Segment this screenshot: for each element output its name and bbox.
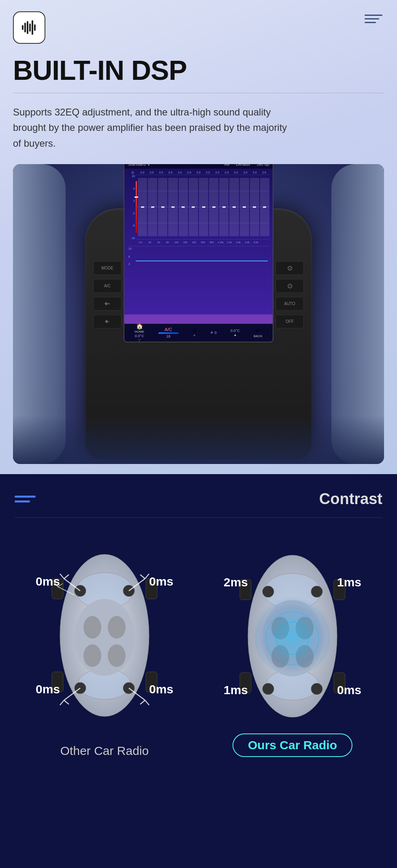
- contrast-title: Contrast: [319, 490, 382, 508]
- svg-rect-2: [24, 23, 26, 32]
- other-car-svg: [40, 538, 169, 733]
- dsp-screen-area: NAVI MODE BT PLAY BACK 📶 12:03 🔊 18 🔋 ←: [13, 164, 384, 464]
- contrast-icon: [15, 496, 36, 502]
- ours-car-diagram: 2ms 1ms 1ms 0ms: [228, 539, 357, 733]
- menu-button[interactable]: [365, 15, 382, 23]
- mode-button[interactable]: MODE: [93, 261, 122, 275]
- cars-comparison: 0ms 0ms 0ms 0ms: [15, 538, 382, 758]
- svg-point-11: [83, 616, 101, 639]
- minus-button[interactable]: ✤-: [93, 315, 122, 329]
- ours-car-side: 2ms 1ms 1ms 0ms: [203, 539, 382, 757]
- car-screen[interactable]: 📶 12:03 🔊 18 🔋 ← Standard ∨ All Default …: [124, 164, 273, 342]
- page-subtitle: Supports 32EQ adjustment, and the ultra-…: [13, 105, 288, 151]
- svg-point-27: [262, 600, 323, 677]
- svg-rect-4: [29, 24, 31, 32]
- right-btn-1[interactable]: ⊙: [275, 261, 304, 275]
- svg-point-32: [263, 586, 274, 597]
- other-car-br-ms: 0ms: [149, 682, 173, 696]
- svg-point-13: [83, 644, 101, 667]
- svg-point-34: [263, 683, 274, 695]
- svg-rect-3: [27, 21, 28, 34]
- other-car-side: 0ms 0ms 0ms 0ms: [15, 538, 194, 758]
- svg-point-14: [108, 644, 126, 667]
- eq-slider-4[interactable]: [168, 178, 177, 236]
- eq-slider-1[interactable]: [138, 178, 147, 236]
- ours-car-bl-ms: 1ms: [224, 683, 248, 697]
- svg-point-12: [108, 616, 126, 639]
- contrast-line-top: [15, 496, 36, 498]
- eq-mode-label: Standard ∨: [128, 164, 150, 167]
- eq-all[interactable]: All: [224, 164, 229, 167]
- ours-car-tl-ms: 2ms: [224, 575, 248, 589]
- screen-bottom-bar: 🏠 HOME 0.0°C ▽ A/C 18 ⊙ +: [124, 324, 273, 342]
- svg-point-10: [74, 599, 135, 676]
- svg-rect-6: [34, 24, 36, 31]
- eq-slider-5[interactable]: [179, 178, 188, 236]
- eq-slider-8[interactable]: [209, 178, 218, 236]
- svg-point-35: [311, 683, 322, 695]
- eq-slider-7[interactable]: [199, 178, 208, 236]
- eq-slider-12[interactable]: [250, 178, 259, 236]
- other-car-tl-ms: 0ms: [36, 575, 60, 588]
- eq-slider-13[interactable]: [260, 178, 269, 236]
- header-section: BUILT-IN DSP Supports 32EQ adjustment, a…: [0, 0, 397, 474]
- eq-slider-9[interactable]: [219, 178, 228, 236]
- svg-rect-1: [22, 25, 23, 30]
- contrast-line-bottom: [15, 500, 30, 502]
- eq-area: Q: 2.0 2.0 2.0 2.0 2.0 2.0 2.0 2.0 2.0 2…: [124, 169, 273, 314]
- ours-car-br-ms: 0ms: [337, 683, 361, 697]
- ours-car-tr-ms: 1ms: [337, 575, 361, 589]
- contrast-divider: [15, 517, 382, 518]
- eq-slider-11[interactable]: [240, 178, 249, 236]
- svg-rect-5: [32, 20, 33, 35]
- other-car-tr-ms: 0ms: [149, 575, 173, 588]
- ours-car-label: Ours Car Radio: [233, 733, 352, 757]
- eq-setup[interactable]: Set up: [256, 164, 269, 167]
- plus-button[interactable]: ✤+: [93, 297, 122, 311]
- other-car-label: Other Car Radio: [60, 744, 149, 758]
- title-divider: [13, 93, 384, 93]
- contrast-section: Contrast 0ms 0ms 0ms 0ms: [0, 474, 397, 868]
- other-car-bl-ms: 0ms: [36, 682, 60, 696]
- svg-point-29: [296, 617, 314, 639]
- right-btn-2[interactable]: ⊙: [275, 279, 304, 293]
- other-car-diagram: 0ms 0ms 0ms 0ms: [40, 538, 169, 733]
- eq-slider-6[interactable]: [189, 178, 198, 236]
- ours-car-svg: [228, 539, 357, 733]
- eq-slider-2[interactable]: [148, 178, 157, 236]
- off-button[interactable]: OFF: [275, 315, 304, 329]
- page-title: BUILT-IN DSP: [13, 55, 384, 86]
- screen-eq-nav: Standard ∨ All Default Set up: [124, 164, 273, 169]
- svg-point-33: [311, 586, 322, 597]
- eq-slider-3[interactable]: [158, 178, 167, 236]
- svg-point-28: [271, 617, 289, 639]
- app-logo: [13, 11, 45, 44]
- ac-button[interactable]: A/C: [93, 279, 122, 293]
- eq-slider-10[interactable]: [229, 178, 239, 236]
- contrast-header: Contrast: [15, 490, 382, 508]
- auto-button[interactable]: AUTO: [275, 297, 304, 311]
- eq-default[interactable]: Default: [236, 164, 250, 167]
